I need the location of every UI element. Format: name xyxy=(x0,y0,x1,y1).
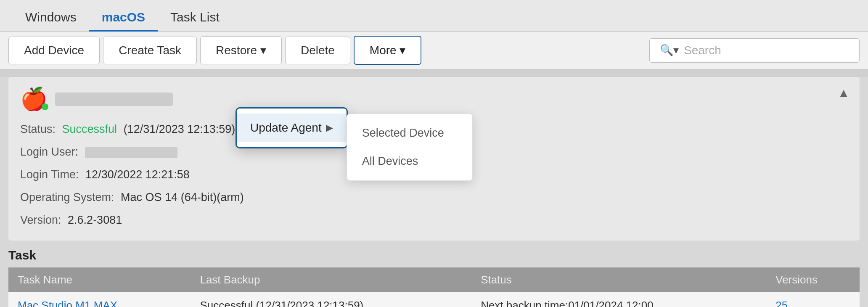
dropdown-container: Update Agent ▶ Selected Device All Devic… xyxy=(237,114,347,142)
backup-date: (12/31/2023 12:13:59) xyxy=(256,299,363,307)
versions-cell: 25 xyxy=(766,292,860,307)
version-value: 2.6.2-3081 xyxy=(68,214,122,226)
more-button[interactable]: More ▾ xyxy=(354,36,422,65)
search-placeholder: Search xyxy=(684,44,721,57)
col-last-backup: Last Backup xyxy=(191,267,471,292)
device-name xyxy=(55,93,173,106)
online-status-dot xyxy=(42,103,48,110)
task-table: Task Name Last Backup Status Versions Ma… xyxy=(8,267,860,307)
update-agent-label: Update Agent xyxy=(250,121,322,135)
task-name-link[interactable]: Mac Studio M1 MAX xyxy=(18,299,117,307)
main-content: 🍎 Status: Successful (12/31/2023 12:13:5… xyxy=(0,77,868,307)
update-agent-submenu: Selected Device All Devices xyxy=(347,114,473,181)
add-device-button[interactable]: Add Device xyxy=(8,37,100,64)
task-section: Task Task Name Last Backup Status Versio… xyxy=(8,248,860,307)
status-cell: Next backup time:01/01/2024 12:00 xyxy=(471,292,766,307)
os-value: Mac OS 14 (64-bit)(arm) xyxy=(121,191,244,204)
all-devices-item[interactable]: All Devices xyxy=(347,147,472,175)
table-row: Mac Studio M1 MAX Successful (12/31/2023… xyxy=(8,292,860,307)
task-title: Task xyxy=(8,248,860,262)
versions-link[interactable]: 25 xyxy=(775,299,788,307)
status-value: Successful xyxy=(62,123,117,135)
selected-device-item[interactable]: Selected Device xyxy=(347,119,472,147)
search-box[interactable]: 🔍▾ Search xyxy=(649,38,860,63)
task-name-cell: Mac Studio M1 MAX xyxy=(8,292,191,307)
last-backup-cell: Successful (12/31/2023 12:13:59) xyxy=(191,292,471,307)
delete-button[interactable]: Delete xyxy=(285,37,350,64)
os-label: Operating System: xyxy=(20,191,114,204)
status-label: Status: xyxy=(20,123,56,135)
login-time-label: Login Time: xyxy=(20,168,79,181)
backup-status: Successful xyxy=(200,299,253,307)
create-task-button[interactable]: Create Task xyxy=(103,37,197,64)
tab-macos[interactable]: macOS xyxy=(89,4,158,32)
status-date: (12/31/2023 12:13:59) xyxy=(124,123,236,135)
device-header: 🍎 xyxy=(20,86,848,112)
chevron-right-icon: ▶ xyxy=(326,122,333,133)
col-versions: Versions xyxy=(766,267,860,292)
login-time-value: 12/30/2022 12:21:58 xyxy=(85,168,190,181)
toolbar: Add Device Create Task Restore ▾ Delete … xyxy=(0,32,868,69)
dropdown-overlay: Update Agent ▶ Selected Device All Devic… xyxy=(236,107,348,148)
tab-windows[interactable]: Windows xyxy=(13,4,89,32)
update-agent-item[interactable]: Update Agent ▶ xyxy=(237,114,347,142)
version-label: Version: xyxy=(20,214,61,226)
col-status: Status xyxy=(471,267,766,292)
login-user-label: Login User: xyxy=(20,146,78,158)
more-dropdown: Update Agent ▶ Selected Device All Devic… xyxy=(236,107,348,148)
restore-button[interactable]: Restore ▾ xyxy=(200,36,282,64)
nav-tabs: Windows macOS Task List xyxy=(0,0,868,32)
tab-task-list[interactable]: Task List xyxy=(158,4,232,32)
search-icon: 🔍▾ xyxy=(660,44,679,57)
collapse-arrow[interactable]: ▲ xyxy=(838,86,849,100)
login-user-value xyxy=(85,147,177,158)
col-task-name: Task Name xyxy=(8,267,191,292)
